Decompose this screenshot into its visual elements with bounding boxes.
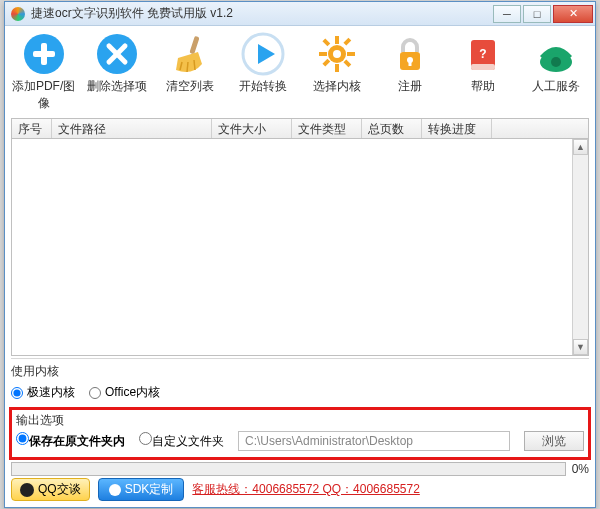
svg-rect-24 (408, 60, 411, 66)
help-button[interactable]: ? 帮助 (447, 30, 520, 114)
col-type[interactable]: 文件类型 (292, 119, 362, 138)
svg-rect-17 (322, 38, 330, 46)
output-section-highlight: 输出选项 保存在原文件夹内 自定义文件夹 浏览 (9, 407, 591, 460)
engine-label: 选择内核 (300, 78, 373, 95)
col-size[interactable]: 文件大小 (212, 119, 292, 138)
col-progress[interactable]: 转换进度 (422, 119, 492, 138)
minimize-button[interactable]: ─ (493, 5, 521, 23)
svg-rect-18 (343, 59, 351, 67)
register-label: 注册 (373, 78, 446, 95)
col-index[interactable]: 序号 (12, 119, 52, 138)
book-icon: ? (461, 32, 505, 76)
progress-percent: 0% (572, 462, 589, 476)
svg-rect-13 (335, 36, 339, 44)
service-button[interactable]: 人工服务 (520, 30, 593, 114)
table-header: 序号 文件路径 文件大小 文件类型 总页数 转换进度 (12, 119, 588, 139)
svg-line-9 (194, 60, 195, 70)
sdk-icon (109, 484, 121, 496)
svg-rect-15 (319, 52, 327, 56)
app-window: 捷速ocr文字识别软件 免费试用版 v1.2 ─ □ ✕ 添加PDF/图像 删除… (4, 1, 596, 508)
svg-rect-14 (335, 64, 339, 72)
output-path-input[interactable] (238, 431, 510, 451)
app-icon (11, 7, 25, 21)
plus-icon (22, 32, 66, 76)
remove-label: 删除选择项 (80, 78, 153, 95)
add-file-button[interactable]: 添加PDF/图像 (7, 30, 80, 114)
output-same-radio[interactable] (16, 432, 29, 445)
maximize-button[interactable]: □ (523, 5, 551, 23)
clear-label: 清空列表 (154, 78, 227, 95)
x-icon (95, 32, 139, 76)
add-file-label: 添加PDF/图像 (7, 78, 80, 112)
engine-section: 使用内核 极速内核 Office内核 (11, 363, 589, 403)
col-pages[interactable]: 总页数 (362, 119, 422, 138)
svg-rect-19 (343, 38, 351, 46)
play-icon (241, 32, 285, 76)
service-label: 人工服务 (520, 78, 593, 95)
col-path[interactable]: 文件路径 (52, 119, 212, 138)
gear-icon (315, 32, 359, 76)
engine-office-option[interactable]: Office内核 (89, 384, 160, 401)
close-button[interactable]: ✕ (553, 5, 593, 23)
output-custom-option[interactable]: 自定义文件夹 (139, 432, 224, 450)
svg-rect-16 (347, 52, 355, 56)
help-label: 帮助 (447, 78, 520, 95)
file-table: 序号 文件路径 文件大小 文件类型 总页数 转换进度 ▲ ▼ (11, 118, 589, 356)
svg-text:?: ? (479, 47, 486, 61)
window-title: 捷速ocr文字识别软件 免费试用版 v1.2 (31, 5, 491, 22)
svg-rect-6 (189, 36, 199, 55)
output-custom-radio[interactable] (139, 432, 152, 445)
engine-section-title: 使用内核 (11, 363, 589, 380)
svg-rect-20 (322, 59, 330, 67)
separator (11, 358, 589, 359)
engine-button[interactable]: 选择内核 (300, 30, 373, 114)
broom-icon (168, 32, 212, 76)
svg-line-8 (187, 62, 188, 72)
qq-icon (20, 483, 34, 497)
progress-row: 0% (11, 462, 589, 476)
phone-icon (534, 32, 578, 76)
svg-point-29 (551, 57, 561, 67)
scroll-down-icon[interactable]: ▼ (573, 339, 588, 355)
hotline-link[interactable]: 客服热线：4006685572 QQ：4006685572 (192, 481, 419, 498)
svg-rect-2 (33, 51, 55, 57)
lock-icon (388, 32, 432, 76)
window-controls: ─ □ ✕ (491, 5, 593, 23)
svg-rect-26 (471, 64, 495, 70)
progress-bar (11, 462, 566, 476)
clear-button[interactable]: 清空列表 (154, 30, 227, 114)
register-button[interactable]: 注册 (373, 30, 446, 114)
footer: QQ交谈 SDK定制 客服热线：4006685572 QQ：4006685572 (11, 478, 589, 501)
svg-point-21 (333, 50, 341, 58)
start-label: 开始转换 (227, 78, 300, 95)
output-section-title: 输出选项 (16, 412, 584, 429)
browse-button[interactable]: 浏览 (524, 431, 584, 451)
remove-button[interactable]: 删除选择项 (80, 30, 153, 114)
col-spacer (492, 119, 588, 138)
start-button[interactable]: 开始转换 (227, 30, 300, 114)
title-bar: 捷速ocr文字识别软件 免费试用版 v1.2 ─ □ ✕ (5, 2, 595, 26)
vertical-scrollbar[interactable]: ▲ ▼ (572, 139, 588, 355)
engine-fast-option[interactable]: 极速内核 (11, 384, 75, 401)
engine-office-radio[interactable] (89, 387, 101, 399)
qq-chat-button[interactable]: QQ交谈 (11, 478, 90, 501)
sdk-button[interactable]: SDK定制 (98, 478, 185, 501)
engine-fast-radio[interactable] (11, 387, 23, 399)
scroll-up-icon[interactable]: ▲ (573, 139, 588, 155)
svg-marker-11 (258, 44, 275, 64)
toolbar: 添加PDF/图像 删除选择项 清空列表 开始转换 选择内核 注册 ? 帮助 人工 (5, 26, 595, 116)
output-same-option[interactable]: 保存在原文件夹内 (16, 432, 125, 450)
